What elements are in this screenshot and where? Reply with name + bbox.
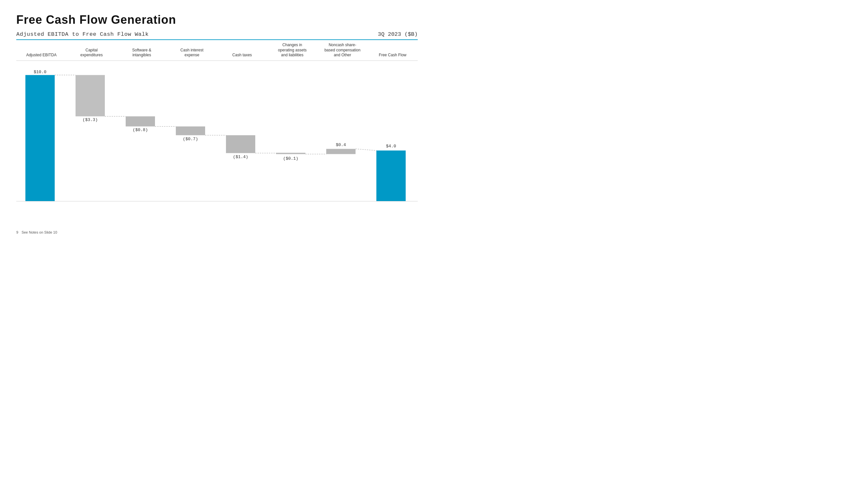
col-header-1: Capitalexpenditures [66, 48, 117, 58]
chart-container: $10.0 ($3.3) ($0.8) ($0.7) ($1.4) [16, 61, 418, 228]
waterfall-chart-svg: $10.0 ($3.3) ($0.8) ($0.7) ($1.4) [16, 61, 418, 228]
bar-0 [25, 75, 55, 201]
bar-label-6: $0.4 [336, 142, 346, 147]
col-header-7: Free Cash Flow [368, 53, 418, 58]
subtitle-row: Adjusted EBITDA to Free Cash Flow Walk 3… [16, 31, 418, 37]
bar-label-0: $10.0 [34, 69, 46, 74]
subtitle: Adjusted EBITDA to Free Cash Flow Walk [16, 31, 149, 37]
bar-label-3: ($0.7) [183, 136, 198, 141]
bar-5 [276, 153, 305, 154]
footer-note-number: 9 [16, 230, 18, 234]
col-header-0: Adjusted EBITDA [16, 53, 66, 58]
col-header-4: Cash taxes [217, 53, 267, 58]
col-header-3: Cash interestexpense [167, 48, 217, 58]
bar-3 [176, 126, 205, 135]
bar-4 [226, 135, 255, 153]
period: 3Q 2023 ($B) [378, 31, 418, 37]
footer: 9 See Notes on Slide 10 [16, 228, 418, 234]
col-header-6: Noncash share-based compensationand Othe… [317, 43, 368, 58]
bar-2 [126, 116, 155, 126]
footer-note-text: See Notes on Slide 10 [22, 230, 57, 234]
bar-1 [75, 75, 105, 116]
bar-7 [376, 150, 406, 201]
bar-label-5: ($0.1) [283, 156, 299, 161]
divider [16, 39, 418, 40]
bar-label-2: ($0.8) [133, 127, 148, 132]
col-header-2: Software &intangibles [117, 48, 167, 58]
page-title: Free Cash Flow Generation [16, 13, 418, 27]
bar-label-7: $4.0 [386, 143, 396, 148]
bar-6 [326, 149, 355, 154]
page: Free Cash Flow Generation Adjusted EBITD… [0, 0, 434, 244]
bar-label-4: ($1.4) [233, 154, 248, 159]
col-header-5: Changes inoperating assetsand liabilitie… [267, 43, 317, 58]
connector-6-7 [355, 149, 376, 150]
column-headers: Adjusted EBITDA Capitalexpenditures Soft… [16, 43, 418, 61]
bar-label-1: ($3.3) [83, 117, 98, 122]
